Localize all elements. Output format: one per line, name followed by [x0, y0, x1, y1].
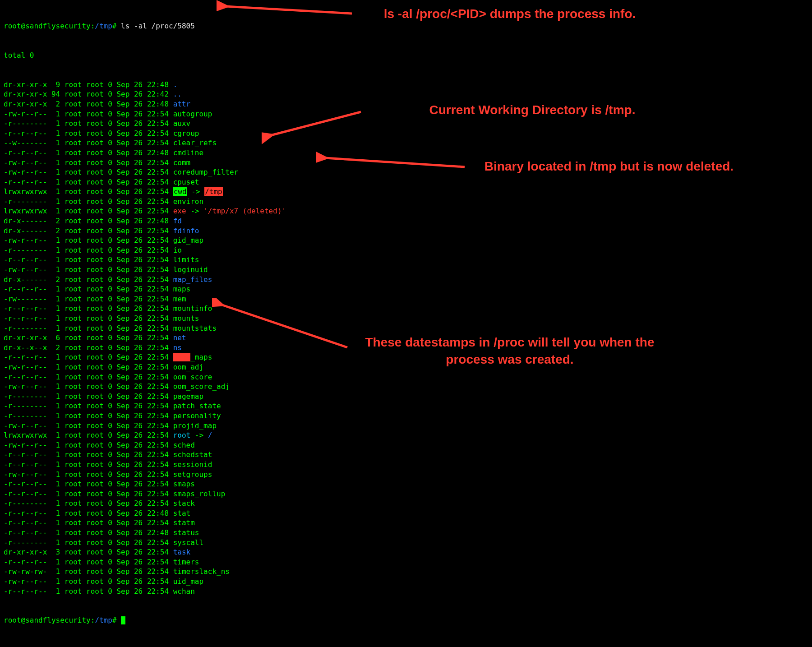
annotation-datestamps: These datestamps in /proc will tell you …	[343, 334, 677, 368]
row-meta: -rw-r--r-- 1 root root 0 Sep 26 22:54	[4, 168, 173, 176]
file-name: auxv	[173, 119, 191, 128]
row-meta: -rw-r--r-- 1 root root 0 Sep 26 22:54	[4, 470, 173, 479]
file-name: loginuid	[173, 265, 208, 274]
prompt-userhost: root@sandflysecurity	[4, 22, 91, 30]
row-meta: -rw-r--r-- 1 root root 0 Sep 26 22:54	[4, 441, 173, 449]
file-name: schedstat	[173, 450, 212, 459]
file-name: personality	[173, 411, 221, 420]
listing-row: dr-xr-xr-x 94 root root 0 Sep 26 22:42 .…	[4, 89, 808, 99]
file-name: ns	[173, 343, 182, 352]
listing-row: dr-xr-xr-x 9 root root 0 Sep 26 22:48 .	[4, 80, 808, 90]
exe-link-target: '/tmp/x7 (deleted)'	[203, 207, 286, 215]
row-meta: -rw------- 1 root root 0 Sep 26 22:54	[4, 295, 173, 303]
listing-row: -rw-r--r-- 1 root root 0 Sep 26 22:54 lo…	[4, 265, 808, 275]
listing-row: -r-------- 1 root root 0 Sep 26 22:54 mo…	[4, 324, 808, 333]
row-meta: dr-xr-xr-x 2 root root 0 Sep 26 22:48	[4, 100, 173, 108]
row-meta: -r-------- 1 root root 0 Sep 26 22:54	[4, 499, 173, 508]
file-name: ..	[173, 90, 182, 98]
file-name: mountstats	[173, 324, 217, 333]
listing-row: -r--r--r-- 1 root root 0 Sep 26 22:48 st…	[4, 528, 808, 538]
row-meta: lrwxrwxrwx 1 root root 0 Sep 26 22:54	[4, 431, 173, 439]
row-meta: -r-------- 1 root root 0 Sep 26 22:54	[4, 324, 173, 333]
file-name: oom_adj	[173, 363, 203, 371]
file-name: patch_state	[173, 402, 221, 410]
listing-row: -r--r--r-- 1 root root 0 Sep 26 22:54 sm…	[4, 489, 808, 499]
listing-row: -r--r--r-- 1 root root 0 Sep 26 22:54 oo…	[4, 372, 808, 382]
file-name: cmdline	[173, 148, 203, 157]
file-name: limits	[173, 255, 199, 264]
terminal-window[interactable]: root@sandflysecurity:/tmp# ls -al /proc/…	[0, 0, 812, 637]
listing-row: -r-------- 1 root root 0 Sep 26 22:54 au…	[4, 119, 808, 129]
listing-row: dr-x------ 2 root root 0 Sep 26 22:54 fd…	[4, 226, 808, 236]
row-meta: -r--r--r-- 1 root root 0 Sep 26 22:48	[4, 148, 173, 157]
file-name: mounts	[173, 314, 199, 323]
listing-row: lrwxrwxrwx 1 root root 0 Sep 26 22:54 cw…	[4, 187, 808, 197]
row-meta: -r-------- 1 root root 0 Sep 26 22:54	[4, 538, 173, 547]
annotation-exe-deleted: Binary located in /tmp but is now delete…	[469, 158, 749, 175]
row-meta: -r--r--r-- 1 root root 0 Sep 26 22:48	[4, 528, 173, 537]
file-name: setgroups	[173, 470, 212, 479]
row-meta: -r--r--r-- 1 root root 0 Sep 26 22:54	[4, 373, 173, 381]
listing-row: -rw-rw-rw- 1 root root 0 Sep 26 22:54 ti…	[4, 567, 808, 577]
row-meta: -rw-rw-rw- 1 root root 0 Sep 26 22:54	[4, 567, 173, 576]
file-name: cgroup	[173, 129, 199, 138]
row-meta: -r--r--r-- 1 root root 0 Sep 26 22:54	[4, 314, 173, 323]
root-link-target: /	[208, 431, 212, 439]
file-name: clear_refs	[173, 139, 217, 147]
listing-row: --w------- 1 root root 0 Sep 26 22:54 cl…	[4, 138, 808, 148]
row-meta: -rw-r--r-- 1 root root 0 Sep 26 22:54	[4, 158, 173, 167]
row-meta: -r-------- 1 root root 0 Sep 26 22:54	[4, 246, 173, 254]
row-meta: dr-x------ 2 root root 0 Sep 26 22:54	[4, 275, 173, 284]
row-meta: -r--r--r-- 1 root root 0 Sep 26 22:54	[4, 450, 173, 459]
file-name: mountinfo	[173, 304, 212, 313]
file-name: smaps_rollup	[173, 490, 226, 498]
row-meta: -r--r--r-- 1 root root 0 Sep 26 22:54	[4, 558, 173, 566]
listing-row: -r--r--r-- 1 root root 0 Sep 26 22:48 cm…	[4, 148, 808, 158]
row-meta: dr-x--x--x 2 root root 0 Sep 26 22:54	[4, 343, 173, 352]
file-name: environ	[173, 197, 203, 206]
file-name: stat	[173, 509, 191, 518]
file-name: .	[173, 80, 178, 89]
file-name: sessionid	[173, 460, 212, 469]
listing-row: -r--r--r-- 1 root root 0 Sep 26 22:54 wc…	[4, 587, 808, 596]
root-link-name: root	[173, 431, 191, 439]
row-meta: dr-x------ 2 root root 0 Sep 26 22:48	[4, 217, 173, 225]
row-meta: -r--r--r-- 1 root root 0 Sep 26 22:48	[4, 509, 173, 518]
listing-row: -r--r--r-- 1 root root 0 Sep 26 22:54 li…	[4, 255, 808, 265]
file-name: projid_map	[173, 421, 217, 430]
row-meta: -r-------- 1 root root 0 Sep 26 22:54	[4, 197, 173, 206]
annotation-proc-info: ls -al /proc/<PID> dumps the process inf…	[352, 5, 668, 23]
row-meta: -r--r--r-- 1 root root 0 Sep 26 22:54	[4, 587, 173, 596]
listing-row: -r--r--r-- 1 root root 0 Sep 26 22:54 st…	[4, 518, 808, 528]
listing-row: -r--r--r-- 1 root root 0 Sep 26 22:54 cg…	[4, 129, 808, 139]
file-name: syscall	[173, 538, 203, 547]
file-name: statm	[173, 518, 195, 527]
file-name: oom_score_adj	[173, 382, 230, 391]
prompt-line-2[interactable]: root@sandflysecurity:/tmp#	[4, 615, 808, 625]
row-meta: -rw-r--r-- 1 root root 0 Sep 26 22:54	[4, 110, 173, 118]
row-meta: -rw-r--r-- 1 root root 0 Sep 26 22:54	[4, 236, 173, 245]
listing-row: -r-------- 1 root root 0 Sep 26 22:54 en…	[4, 197, 808, 207]
file-name: mem	[173, 295, 186, 303]
listing-row: -r--r--r-- 1 root root 0 Sep 26 22:54 sm…	[4, 479, 808, 489]
listing-row: dr-x------ 2 root root 0 Sep 26 22:54 ma…	[4, 275, 808, 285]
file-name: pagemap	[173, 392, 203, 401]
listing-row: -r--r--r-- 1 root root 0 Sep 26 22:54 ma…	[4, 284, 808, 294]
listing-row: -rw-r--r-- 1 root root 0 Sep 26 22:54 oo…	[4, 382, 808, 392]
row-meta: dr-xr-xr-x 94 root root 0 Sep 26 22:42	[4, 90, 173, 98]
listing-row: -r-------- 1 root root 0 Sep 26 22:54 io	[4, 245, 808, 255]
row-meta: -rw-r--r-- 1 root root 0 Sep 26 22:54	[4, 382, 173, 391]
listing-row: lrwxrwxrwx 1 root root 0 Sep 26 22:54 ex…	[4, 206, 808, 216]
row-meta: --w------- 1 root root 0 Sep 26 22:54	[4, 139, 173, 147]
listing-row: -r-------- 1 root root 0 Sep 26 22:54 pa…	[4, 401, 808, 411]
row-meta: -r--r--r-- 1 root root 0 Sep 26 22:54	[4, 304, 173, 313]
listing-row: -r-------- 1 root root 0 Sep 26 22:54 pa…	[4, 392, 808, 402]
listing-row: lrwxrwxrwx 1 root root 0 Sep 26 22:54 ro…	[4, 430, 808, 440]
listing-row: -r-------- 1 root root 0 Sep 26 22:54 pe…	[4, 411, 808, 421]
row-meta: -r--r--r-- 1 root root 0 Sep 26 22:54	[4, 129, 173, 138]
cwd-link-name: cwd	[173, 187, 187, 196]
row-meta: -r--r--r-- 1 root root 0 Sep 26 22:54	[4, 460, 173, 469]
prompt-line: root@sandflysecurity:/tmp# ls -al /proc/…	[4, 21, 808, 31]
file-name: stack	[173, 499, 195, 508]
row-meta: -rw-r--r-- 1 root root 0 Sep 26 22:54	[4, 421, 173, 430]
